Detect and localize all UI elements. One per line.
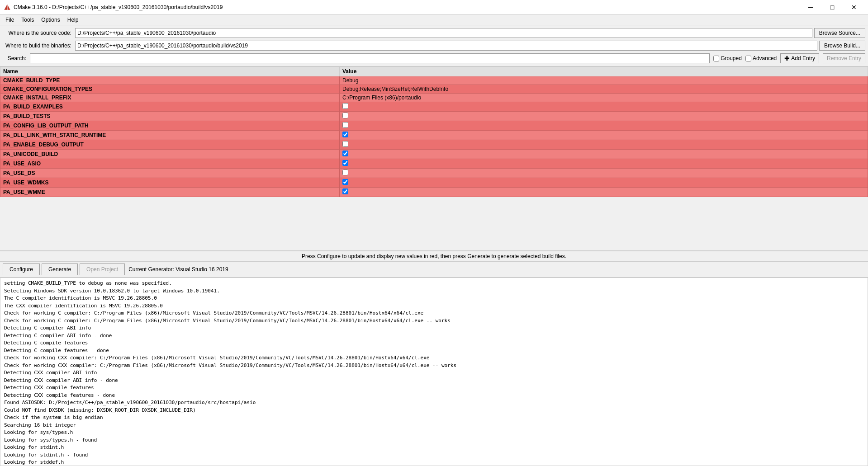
grouped-label: Grouped (721, 55, 742, 61)
table-row: CMAKE_CONFIGURATION_TYPESDebug;Release;M… (0, 85, 868, 94)
entry-checkbox[interactable] (342, 179, 348, 185)
add-icon: ✚ (784, 55, 790, 62)
entry-value[interactable] (340, 150, 868, 159)
entry-value[interactable] (340, 131, 868, 140)
open-project-button[interactable]: Open Project (80, 264, 125, 275)
name-column-header: Name (0, 67, 340, 76)
title-bar: CMake 3.16.0 - D:/Projects/C++/pa_stable… (0, 0, 868, 14)
entry-name: CMAKE_INSTALL_PREFIX (0, 94, 340, 102)
entry-name: PA_BUILD_EXAMPLES (0, 102, 340, 112)
entry-value[interactable] (340, 188, 868, 197)
remove-entry-button[interactable]: Remove Entry (823, 53, 865, 63)
cmake-entries-table: Name Value CMAKE_BUILD_TYPEDebugCMAKE_CO… (0, 66, 868, 197)
table-row: PA_CONFIG_LIB_OUTPUT_PATH (0, 121, 868, 131)
menu-tools[interactable]: Tools (18, 16, 38, 24)
window-title: CMake 3.16.0 - D:/Projects/C++/pa_stable… (14, 4, 223, 10)
table-row: PA_USE_ASIO (0, 159, 868, 169)
generate-button[interactable]: Generate (42, 264, 78, 275)
entry-checkbox[interactable] (342, 113, 348, 118)
entry-name: PA_CONFIG_LIB_OUTPUT_PATH (0, 121, 340, 131)
table-row: CMAKE_BUILD_TYPEDebug (0, 76, 868, 85)
entry-name: PA_BUILD_TESTS (0, 112, 340, 121)
menu-bar: File Tools Options Help (0, 14, 868, 25)
entry-value[interactable] (340, 159, 868, 169)
entry-value[interactable] (340, 140, 868, 150)
title-controls: ─ □ ✕ (800, 0, 864, 14)
entry-checkbox[interactable] (342, 160, 348, 166)
generator-label: Current Generator: Visual Studio 16 2019 (128, 266, 228, 273)
grouped-checkbox-label[interactable]: Grouped (713, 55, 742, 61)
entry-value[interactable] (340, 102, 868, 112)
entry-value: C:/Program Files (x86)/portaudio (340, 94, 868, 102)
entry-name: PA_UNICODE_BUILD (0, 150, 340, 159)
minimize-button[interactable]: ─ (800, 0, 821, 14)
entry-name: PA_USE_ASIO (0, 159, 340, 169)
close-button[interactable]: ✕ (844, 0, 864, 14)
table-row: PA_BUILD_TESTS (0, 112, 868, 121)
status-text: Press Configure to update and display ne… (302, 253, 566, 259)
advanced-checkbox-label[interactable]: Advanced (745, 55, 777, 61)
search-input[interactable] (30, 53, 710, 63)
advanced-label: Advanced (753, 55, 777, 61)
entry-value[interactable] (340, 121, 868, 131)
entry-name: PA_DLL_LINK_WITH_STATIC_RUNTIME (0, 131, 340, 140)
entry-value[interactable] (340, 169, 868, 178)
status-bar: Press Configure to update and display ne… (0, 251, 868, 262)
entry-checkbox[interactable] (342, 103, 348, 109)
entry-value[interactable] (340, 112, 868, 121)
entry-name: CMAKE_BUILD_TYPE (0, 76, 340, 85)
source-row: Where is the source code: Browse Source.… (3, 27, 865, 39)
advanced-checkbox[interactable] (745, 56, 751, 61)
controls-area: Where is the source code: Browse Source.… (0, 25, 868, 66)
entry-value: Debug;Release;MinSizeRel;RelWithDebInfo (340, 85, 868, 94)
grouped-checkbox[interactable] (713, 56, 719, 61)
search-row: Search: Grouped Advanced ✚ Add Entry Rem… (3, 52, 865, 64)
menu-help[interactable]: Help (64, 16, 82, 24)
table-row: PA_USE_WMME (0, 188, 868, 197)
main-area: Where is the source code: Browse Source.… (0, 25, 868, 466)
table-row: PA_USE_DS (0, 169, 868, 178)
table-row: CMAKE_INSTALL_PREFIXC:/Program Files (x8… (0, 94, 868, 102)
build-row: Where to build the binaries: Browse Buil… (3, 40, 865, 52)
entry-checkbox[interactable] (342, 132, 348, 137)
value-column-header: Value (340, 67, 868, 76)
log-area[interactable]: setting CMAKE_BUILD_TYPE to debug as non… (0, 278, 868, 466)
table-row: PA_ENABLE_DEBUG_OUTPUT (0, 140, 868, 150)
source-input[interactable] (75, 28, 812, 38)
entry-value[interactable] (340, 178, 868, 188)
build-label: Where to build the binaries: (3, 42, 75, 49)
bottom-toolbar: Configure Generate Open Project Current … (0, 262, 868, 278)
search-options: Grouped Advanced ✚ Add Entry Remove Entr… (713, 53, 865, 63)
entry-name: PA_USE_DS (0, 169, 340, 178)
entry-name: PA_ENABLE_DEBUG_OUTPUT (0, 140, 340, 150)
configure-button[interactable]: Configure (3, 264, 40, 275)
title-left: CMake 3.16.0 - D:/Projects/C++/pa_stable… (4, 4, 223, 11)
log-content: setting CMAKE_BUILD_TYPE to debug as non… (4, 280, 864, 466)
entry-name: CMAKE_CONFIGURATION_TYPES (0, 85, 340, 94)
entry-checkbox[interactable] (342, 169, 348, 175)
entry-name: PA_USE_WMME (0, 188, 340, 197)
source-label: Where is the source code: (3, 30, 75, 36)
entry-checkbox[interactable] (342, 188, 348, 194)
menu-options[interactable]: Options (38, 16, 63, 24)
table-row: PA_DLL_LINK_WITH_STATIC_RUNTIME (0, 131, 868, 140)
entry-checkbox[interactable] (342, 151, 348, 156)
cmake-icon (4, 4, 11, 11)
browse-source-button[interactable]: Browse Source... (814, 28, 865, 38)
table-body: CMAKE_BUILD_TYPEDebugCMAKE_CONFIGURATION… (0, 76, 868, 197)
add-entry-button[interactable]: ✚ Add Entry (780, 53, 819, 63)
search-label: Search: (3, 55, 30, 61)
maximize-button[interactable]: □ (822, 0, 843, 14)
table-row: PA_UNICODE_BUILD (0, 150, 868, 159)
browse-build-button[interactable]: Browse Build... (819, 41, 865, 51)
entry-value: Debug (340, 76, 868, 85)
table-row: PA_BUILD_EXAMPLES (0, 102, 868, 112)
entry-checkbox[interactable] (342, 141, 348, 147)
cmake-entries-table-area: Name Value CMAKE_BUILD_TYPEDebugCMAKE_CO… (0, 66, 868, 251)
entry-checkbox[interactable] (342, 122, 348, 128)
entry-name: PA_USE_WDMKS (0, 178, 340, 188)
menu-file[interactable]: File (2, 16, 18, 24)
build-input[interactable] (75, 41, 817, 51)
table-row: PA_USE_WDMKS (0, 178, 868, 188)
